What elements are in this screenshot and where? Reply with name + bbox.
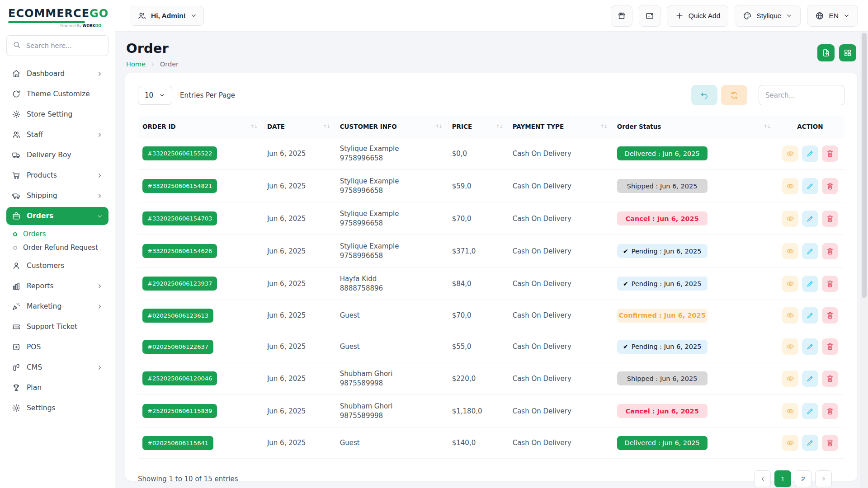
delete-button[interactable] [822, 338, 838, 355]
view-button[interactable] [782, 211, 798, 227]
view-button[interactable] [782, 307, 798, 324]
order-id-badge[interactable]: #3320250606154703 [142, 211, 217, 225]
delete-button[interactable] [822, 403, 838, 419]
page-button-2[interactable]: 2 [795, 470, 811, 487]
sidebar-item-customers[interactable]: Customers [6, 257, 108, 275]
staff-icon [12, 130, 21, 139]
column-header-date[interactable]: DATE↑↓ [263, 116, 335, 137]
admin-menu-button[interactable]: Hi, Admin! [131, 6, 204, 26]
order-id-badge[interactable]: #020250606115641 [142, 436, 213, 450]
view-button[interactable] [782, 243, 798, 259]
edit-button[interactable] [802, 276, 818, 292]
view-button[interactable] [782, 435, 798, 451]
sidebar-item-marketing[interactable]: Marketing [6, 297, 108, 315]
order-status-text: Cancel : Jun 6, 2025 [626, 408, 699, 415]
delete-button[interactable] [822, 145, 838, 162]
edit-button[interactable] [802, 371, 818, 387]
sidebar-subitem-orders[interactable]: Orders [5, 227, 109, 241]
mail-button[interactable] [639, 5, 660, 27]
sidebar-item-plan[interactable]: Plan [6, 379, 108, 397]
table-search-input[interactable] [759, 85, 844, 105]
sort-icon[interactable]: ↑↓ [600, 123, 608, 130]
chevron-right-icon [96, 70, 103, 77]
page-button-1[interactable]: 1 [774, 470, 791, 487]
edit-button[interactable] [802, 243, 818, 259]
chevron-right-icon [96, 172, 103, 179]
sidebar-item-pos[interactable]: POS [6, 338, 108, 356]
delete-button[interactable] [822, 178, 838, 194]
sort-icon[interactable]: ↑↓ [250, 123, 258, 130]
sort-icon[interactable]: ↑↓ [435, 123, 443, 130]
column-header-payment-type[interactable]: PAYMENT TYPE↑↓ [508, 116, 613, 137]
sidebar-item-delivery-boy[interactable]: Delivery Boy [6, 146, 108, 164]
refresh-button[interactable] [721, 85, 747, 105]
edit-button[interactable] [802, 338, 818, 355]
undo-button[interactable] [691, 85, 717, 105]
sidebar-item-store-setting[interactable]: Store Setting [6, 105, 108, 123]
delete-button[interactable] [822, 276, 838, 292]
scrollbar-thumb[interactable] [862, 33, 867, 298]
edit-button[interactable] [802, 307, 818, 324]
edit-button[interactable] [802, 211, 818, 227]
sidebar-item-dashboard[interactable]: Dashboard [6, 65, 108, 83]
sort-icon[interactable]: ↑↓ [764, 123, 771, 130]
sidebar-subitem-order-refund-request[interactable]: Order Refund Request [5, 241, 109, 254]
column-label: ACTION [797, 123, 823, 130]
view-button[interactable] [782, 371, 798, 387]
sidebar-search-input[interactable] [25, 42, 103, 50]
order-id-badge[interactable]: #020250606123613 [142, 309, 213, 323]
breadcrumb-home-link[interactable]: Home [126, 61, 146, 68]
next-page-button[interactable] [815, 470, 832, 487]
sidebar-item-settings[interactable]: Settings [6, 399, 108, 417]
sidebar-item-reports[interactable]: Reports [6, 277, 108, 295]
page-scrollbar[interactable] [860, 32, 868, 488]
shipping-truck-icon [12, 191, 21, 200]
customer-name: Guest [340, 343, 443, 351]
delete-button[interactable] [822, 307, 838, 324]
order-id-badge[interactable]: #3320250606155522 [142, 146, 217, 160]
column-header-order-id[interactable]: ORDER ID↑↓ [138, 116, 263, 137]
column-header-customer-info[interactable]: CUSTOMER INFO↑↓ [335, 116, 448, 137]
grid-view-button[interactable] [839, 44, 856, 61]
view-button[interactable] [782, 276, 798, 292]
order-id-badge[interactable]: #3320250606154626 [142, 244, 217, 258]
column-header-order-status[interactable]: Order Status↑↓ [613, 116, 776, 137]
delete-button[interactable] [822, 371, 838, 387]
column-header-price[interactable]: PRICE↑↓ [448, 116, 508, 137]
order-id-badge[interactable]: #020250606122637 [142, 340, 213, 354]
delete-button[interactable] [822, 243, 838, 259]
sidebar-item-shipping[interactable]: Shipping [6, 187, 108, 205]
sidebar-item-products[interactable]: Products [6, 166, 108, 184]
edit-button[interactable] [802, 178, 818, 194]
sidebar-item-staff[interactable]: Staff [6, 126, 108, 144]
sort-icon[interactable]: ↑↓ [495, 123, 503, 130]
export-button[interactable] [817, 44, 835, 61]
order-id-badge[interactable]: #3320250606154821 [142, 179, 217, 193]
edit-button[interactable] [802, 145, 818, 162]
entries-per-page-select[interactable]: 10 [138, 86, 172, 105]
view-button[interactable] [782, 145, 798, 162]
delete-button[interactable] [822, 211, 838, 227]
order-id-badge[interactable]: #2520250606120046 [142, 371, 217, 385]
sidebar-item-cms[interactable]: CMS [6, 358, 108, 376]
edit-button[interactable] [802, 435, 818, 451]
customer-name: Guest [340, 439, 443, 447]
sidebar-search[interactable] [6, 35, 108, 56]
order-id-badge[interactable]: #2920250606123937 [142, 277, 217, 291]
edit-button[interactable] [802, 403, 818, 419]
sort-icon[interactable]: ↑↓ [323, 123, 330, 130]
quick-add-button[interactable]: Quick Add [667, 5, 729, 27]
sidebar-item-orders[interactable]: Orders [6, 207, 108, 225]
delete-button[interactable] [822, 435, 838, 451]
order-id-badge[interactable]: #2520250606115839 [142, 404, 217, 418]
storefront-button[interactable] [611, 5, 632, 27]
language-selector-button[interactable]: EN [807, 5, 858, 27]
view-button[interactable] [782, 403, 798, 419]
theme-selector-button[interactable]: Stylique [735, 5, 801, 27]
sidebar-item-support-ticket[interactable]: Support Ticket [6, 318, 108, 336]
sidebar-item-theme-customize[interactable]: Theme Customize [6, 85, 108, 103]
view-button[interactable] [782, 338, 798, 355]
prev-page-button[interactable] [754, 470, 771, 487]
brand-logo[interactable]: ECOMMERCEGO Powered By WORKDO [5, 6, 109, 28]
view-button[interactable] [782, 178, 798, 194]
